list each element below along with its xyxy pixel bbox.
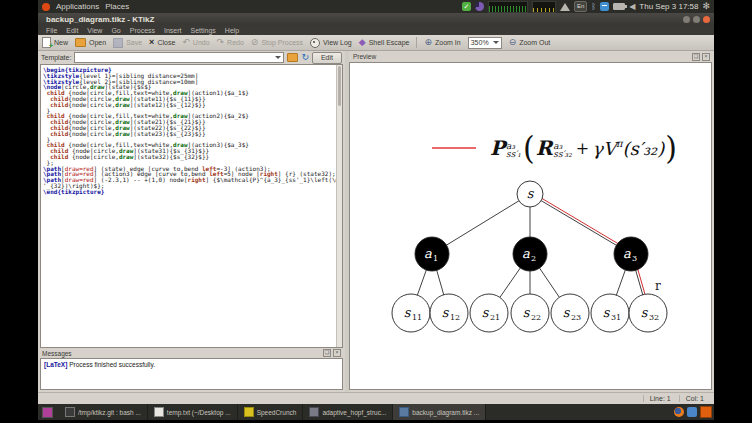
svg-text:a: a xyxy=(424,246,432,261)
workspace-switcher-icon[interactable] xyxy=(700,406,712,418)
chevron-down-icon xyxy=(493,41,499,44)
battery-icon[interactable] xyxy=(613,3,625,10)
svg-text:1: 1 xyxy=(433,254,438,263)
template-reload-icon[interactable]: ↻ xyxy=(301,53,309,62)
ubuntu-logo-icon[interactable] xyxy=(42,3,50,11)
clock[interactable]: Thu Sep 3 17:58 xyxy=(639,2,698,11)
menu-process[interactable]: Process xyxy=(130,27,155,34)
messages-header: Messages ❏ × xyxy=(38,348,345,358)
shell-escape-button[interactable]: ◆Shell Escape xyxy=(359,38,410,47)
toolbar: New Open Save ×Close ↶Undo ↷Redo ⊘Stop P… xyxy=(38,35,714,51)
node-a3 xyxy=(614,237,648,271)
titlebar[interactable]: backup_diagram.tikz - KTikZ xyxy=(38,13,714,25)
shell-escape-icon: ◆ xyxy=(359,38,366,47)
maximize-button[interactable] xyxy=(693,16,700,23)
taskbar-item-tempfile[interactable]: temp.txt (~/Desktop ... xyxy=(148,404,238,420)
tikz-icon xyxy=(399,407,409,417)
show-desktop-icon[interactable] xyxy=(42,407,53,418)
view-log-icon xyxy=(310,38,320,48)
desktop-screenshot: Applications Places ✓ En ᛒ ◀ Thu Sep 3 1… xyxy=(0,0,752,423)
network-app-icon[interactable] xyxy=(687,407,697,417)
menu-file[interactable]: File xyxy=(46,27,57,34)
open-button[interactable]: Open xyxy=(75,38,106,47)
taskbar-item-backup-diagram[interactable]: backup_diagram.tikz ... xyxy=(393,404,486,420)
close-panel-icon[interactable]: × xyxy=(702,53,710,61)
preview-title: Preview xyxy=(353,53,376,60)
volume-icon[interactable]: ◀ xyxy=(629,2,635,11)
system-monitor-net-icon[interactable] xyxy=(532,1,556,13)
close-file-button[interactable]: ×Close xyxy=(149,38,175,47)
stop-icon: ⊘ xyxy=(251,38,259,47)
zoom-out-button[interactable]: ⊖Zoom Out xyxy=(509,38,551,47)
node-s22 xyxy=(511,294,549,332)
undo-icon: ↶ xyxy=(182,38,190,47)
reward-label: r xyxy=(655,279,661,293)
time-tracker-icon[interactable] xyxy=(475,2,484,11)
latex-tag: [LaTeX] xyxy=(44,361,67,368)
zoom-in-button[interactable]: ⊕Zoom In xyxy=(424,38,460,47)
template-browse-icon[interactable] xyxy=(287,53,298,62)
network-icon[interactable] xyxy=(560,3,570,11)
view-log-button[interactable]: View Log xyxy=(310,38,352,48)
messages-title: Messages xyxy=(42,350,72,357)
session-menu-icon[interactable]: ✻ xyxy=(702,2,710,11)
zoom-level-select[interactable]: 350% xyxy=(468,37,502,49)
node-s23 xyxy=(551,294,589,332)
svg-text:31: 31 xyxy=(611,313,621,322)
toolbar-separator xyxy=(416,37,417,48)
svg-text:2: 2 xyxy=(531,254,536,263)
svg-text:a: a xyxy=(522,246,530,261)
save-button[interactable]: Save xyxy=(113,38,142,48)
code-lines: \begin{tikzpicture}\tikzstyle{level 1}=[… xyxy=(43,67,342,195)
template-combobox[interactable] xyxy=(74,52,284,63)
keyboard-layout-indicator[interactable]: En xyxy=(574,1,587,12)
template-edit-button[interactable]: Edit xyxy=(312,52,342,64)
code-editor[interactable]: \begin{tikzpicture}\tikzstyle{level 1}=[… xyxy=(40,64,343,348)
menu-settings[interactable]: Settings xyxy=(191,27,216,34)
redo-button[interactable]: ↷Redo xyxy=(217,38,244,47)
menu-view[interactable]: View xyxy=(87,27,102,34)
minimize-button[interactable] xyxy=(683,16,690,23)
node-a1 xyxy=(415,237,449,271)
places-menu[interactable]: Places xyxy=(105,2,129,11)
zoom-out-icon: ⊖ xyxy=(509,38,517,47)
statusbar: Line: 1 Col: 1 xyxy=(38,392,714,404)
taskbar-item-adaptive-hopf[interactable]: adaptive_hopf_struc... xyxy=(303,404,393,420)
chevron-down-icon xyxy=(275,56,281,59)
preview-canvas[interactable]: Pa₃ss′₁ ( Ra₃ss′₃₂ + γVπ (s′₃₂) ) sa1a2a… xyxy=(349,62,712,390)
scrollbar-thumb[interactable] xyxy=(338,66,341,106)
taskbar-item-terminal[interactable]: /tmp/ktikz.git : bash ... xyxy=(59,404,148,420)
firefox-icon[interactable] xyxy=(674,407,684,417)
close-button[interactable] xyxy=(703,16,710,23)
bluetooth-icon[interactable]: ᛒ xyxy=(591,2,596,11)
menu-insert[interactable]: Insert xyxy=(164,27,182,34)
template-row: Template: ↻ Edit xyxy=(38,51,345,64)
status-col: Col: 1 xyxy=(679,395,710,402)
menu-edit[interactable]: Edit xyxy=(66,27,78,34)
terminal-icon xyxy=(65,407,75,417)
svg-text:3: 3 xyxy=(632,254,637,263)
new-button[interactable]: New xyxy=(42,37,68,48)
messaging-icon[interactable] xyxy=(600,2,609,11)
redo-icon: ↷ xyxy=(217,38,225,47)
taskbar-item-speedcrunch[interactable]: SpeedCrunch xyxy=(238,404,304,420)
system-monitor-cpu-icon[interactable] xyxy=(488,1,528,13)
svg-text:11: 11 xyxy=(412,313,422,322)
calculator-icon xyxy=(244,407,254,417)
save-icon xyxy=(113,38,123,48)
messages-log: [LaTeX] Process finished successfully. xyxy=(40,358,343,390)
undo-button[interactable]: ↶Undo xyxy=(182,38,209,47)
close-panel-icon[interactable]: × xyxy=(333,349,341,357)
node-s11 xyxy=(392,294,430,332)
applications-menu[interactable]: Applications xyxy=(56,2,99,11)
taskbar: /tmp/ktikz.git : bash ... temp.txt (~/De… xyxy=(38,404,714,420)
menu-help[interactable]: Help xyxy=(225,27,239,34)
menu-go[interactable]: Go xyxy=(111,27,120,34)
text-editor-icon xyxy=(154,407,164,417)
updates-tray-icon[interactable]: ✓ xyxy=(462,2,471,11)
float-panel-icon[interactable]: ❏ xyxy=(323,349,331,357)
stop-process-button[interactable]: ⊘Stop Process xyxy=(251,38,303,47)
float-panel-icon[interactable]: ❏ xyxy=(692,53,700,61)
editor-scrollbar[interactable] xyxy=(336,65,342,347)
message-text: Process finished successfully. xyxy=(67,361,155,368)
